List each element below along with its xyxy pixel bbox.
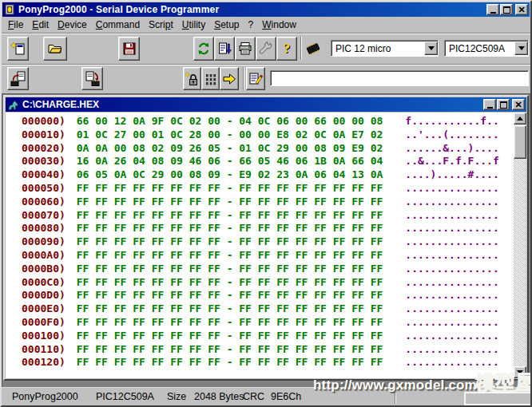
hex-bytes[interactable]: FF FF FF FF FF FF FF FF - FF FF FF FF FF… xyxy=(77,182,383,194)
vertical-scrollbar[interactable] xyxy=(514,113,526,378)
device-family-value: PIC 12 micro xyxy=(335,43,391,54)
device-family-select[interactable]: PIC 12 micro xyxy=(331,40,439,57)
read-device-button[interactable] xyxy=(7,67,29,90)
reload-button[interactable] xyxy=(193,37,214,61)
menu-item-utility[interactable]: Utility xyxy=(182,19,205,30)
hex-view: 000000)66 00 12 0A 9F 0C 02 00 - 04 0C 0… xyxy=(6,113,526,378)
hex-bytes[interactable]: FF FF FF FF FF FF FF FF - FF FF FF FF FF… xyxy=(77,209,383,221)
hex-bytes[interactable]: FF FF FF FF FF FF FF FF - FF FF FF FF FF… xyxy=(77,289,383,301)
pony-icon xyxy=(7,99,19,111)
status-size-label: Size xyxy=(167,391,186,402)
hex-row: 000080)FF FF FF FF FF FF FF FF - FF FF F… xyxy=(22,222,514,235)
hex-ascii[interactable]: ..'...(........ xyxy=(405,128,498,140)
hex-ascii[interactable]: ............... xyxy=(405,330,498,342)
hex-ascii[interactable]: ............... xyxy=(405,263,498,275)
child-close-button[interactable]: ✕ xyxy=(512,99,525,110)
status-app-name: PonyProg2000 xyxy=(12,391,78,402)
hex-ascii[interactable]: ............... xyxy=(405,276,498,288)
help-button[interactable]: ? ? xyxy=(276,37,297,61)
hex-address: 0000C0) xyxy=(22,276,66,288)
hex-bytes[interactable]: FF FF FF FF FF FF FF FF - FF FF FF FF FF… xyxy=(77,276,383,288)
triangle-up-icon xyxy=(517,117,523,121)
device-family-dropdown-button[interactable] xyxy=(424,41,438,55)
menu-item-file[interactable]: File xyxy=(8,19,23,30)
hex-bytes[interactable]: 16 0A 26 04 08 09 46 06 - 66 05 46 06 1B… xyxy=(77,155,383,167)
menu-item-setup[interactable]: Setup xyxy=(214,19,239,30)
save-file-button[interactable] xyxy=(118,37,140,61)
menu-item-edit[interactable]: Edit xyxy=(32,19,49,30)
hex-bytes[interactable]: FF FF FF FF FF FF FF FF - FF FF FF FF FF… xyxy=(77,316,383,328)
hex-row: 0000D0)FF FF FF FF FF FF FF FF - FF FF F… xyxy=(22,289,514,302)
scroll-up-button[interactable] xyxy=(514,113,526,124)
hex-bytes[interactable]: 66 00 12 0A 9F 0C 02 00 - 04 0C 06 00 66… xyxy=(77,115,383,127)
hex-ascii[interactable]: ............... xyxy=(405,209,498,221)
new-window-icon xyxy=(10,41,26,57)
hex-ascii[interactable]: ............... xyxy=(405,316,498,328)
hex-ascii[interactable]: ............... xyxy=(405,182,498,194)
hex-row: 0000E0)FF FF FF FF FF FF FF FF - FF FF F… xyxy=(22,302,514,316)
notes-field[interactable] xyxy=(270,70,529,86)
write-fuse-button[interactable] xyxy=(220,67,239,90)
edit-notes-button[interactable] xyxy=(246,67,265,90)
menu-item-help[interactable]: ? xyxy=(248,19,254,30)
menu-item-device[interactable]: Device xyxy=(58,19,87,30)
hex-ascii[interactable]: ............... xyxy=(405,356,498,368)
hex-ascii[interactable]: ............... xyxy=(405,222,498,234)
chevron-down-icon xyxy=(518,46,525,50)
maximize-icon xyxy=(503,6,510,14)
hex-ascii[interactable]: ............... xyxy=(405,249,498,261)
setup-button[interactable] xyxy=(256,37,276,61)
document-title: C:\CHARGE.HEX xyxy=(22,99,99,110)
hex-address: 0000D0) xyxy=(22,289,66,301)
hex-address: 000110) xyxy=(22,343,66,355)
hex-bytes[interactable]: 01 0C 27 00 01 0C 28 00 - 00 00 E8 02 0C… xyxy=(77,128,383,140)
new-window-button[interactable] xyxy=(7,37,29,61)
close-button[interactable]: ✕ xyxy=(515,4,528,15)
child-maximize-button[interactable] xyxy=(497,99,510,110)
hex-bytes[interactable]: FF FF FF FF FF FF FF FF - FF FF FF FF FF… xyxy=(77,263,383,275)
device-type-dropdown-button[interactable] xyxy=(514,41,528,55)
hex-address: 000040) xyxy=(22,168,66,180)
hex-bytes[interactable]: FF FF FF FF FF FF FF FF - FF FF FF FF FF… xyxy=(77,343,383,355)
fuse-bits-button[interactable] xyxy=(201,67,220,90)
lock-bits-button[interactable] xyxy=(183,67,201,90)
open-file-button[interactable] xyxy=(43,37,67,61)
bit-grid-icon xyxy=(203,71,219,87)
minimize-icon xyxy=(490,12,496,14)
hex-ascii[interactable]: ............... xyxy=(405,343,498,355)
menu-item-script[interactable]: Script xyxy=(149,19,173,30)
hex-bytes[interactable]: FF FF FF FF FF FF FF FF - FF FF FF FF FF… xyxy=(77,302,383,314)
hex-ascii[interactable]: ............... xyxy=(405,289,498,301)
hex-bytes[interactable]: 06 05 0A 0C 29 00 08 09 - E9 02 23 0A 06… xyxy=(77,168,383,180)
hex-address: 000060) xyxy=(22,196,66,207)
minimize-button[interactable] xyxy=(486,4,499,15)
hex-ascii[interactable]: ............... xyxy=(405,196,498,207)
hex-bytes[interactable]: FF FF FF FF FF FF FF FF - FF FF FF FF FF… xyxy=(77,356,383,368)
edit-notes-icon xyxy=(248,71,264,87)
maximize-button[interactable] xyxy=(500,4,513,15)
hex-bytes[interactable]: FF FF FF FF FF FF FF FF - FF FF FF FF FF… xyxy=(77,222,383,234)
device-type-select[interactable]: PIC12C509A xyxy=(444,40,529,57)
hex-address: 000080) xyxy=(22,222,66,234)
hex-ascii[interactable]: ....).....#.... xyxy=(405,168,498,180)
hex-bytes[interactable]: FF FF FF FF FF FF FF FF - FF FF FF FF FF… xyxy=(77,196,383,207)
menu-item-command[interactable]: Command xyxy=(96,19,140,30)
hex-ascii[interactable]: ............... xyxy=(405,235,498,247)
hex-row: 000090)FF FF FF FF FF FF FF FF - FF FF F… xyxy=(22,235,514,249)
hex-bytes[interactable]: FF FF FF FF FF FF FF FF - FF FF FF FF FF… xyxy=(77,330,383,342)
print-button[interactable] xyxy=(235,37,256,61)
child-minimize-button[interactable] xyxy=(483,99,496,110)
hex-ascii[interactable]: ..&...F.f.F...f xyxy=(405,155,498,167)
hex-ascii[interactable]: ............... xyxy=(405,302,498,314)
scrollbar-thumb[interactable] xyxy=(514,125,526,159)
hex-bytes[interactable]: FF FF FF FF FF FF FF FF - FF FF FF FF FF… xyxy=(77,249,383,261)
hex-bytes[interactable]: FF FF FF FF FF FF FF FF - FF FF FF FF FF… xyxy=(77,235,383,247)
hex-ascii[interactable]: ......&...).... xyxy=(405,142,498,154)
device-type-value: PIC12C509A xyxy=(449,43,505,54)
hex-ascii[interactable]: f...........f.. xyxy=(405,115,498,127)
status-size-value: 2048 Bytes xyxy=(194,391,244,402)
hex-bytes[interactable]: 0A 0A 00 08 02 09 26 05 - 01 0C 29 00 08… xyxy=(77,142,383,154)
menu-item-window[interactable]: Window xyxy=(262,19,296,30)
fill-buffer-button[interactable] xyxy=(214,37,235,61)
write-device-button[interactable] xyxy=(81,67,103,90)
